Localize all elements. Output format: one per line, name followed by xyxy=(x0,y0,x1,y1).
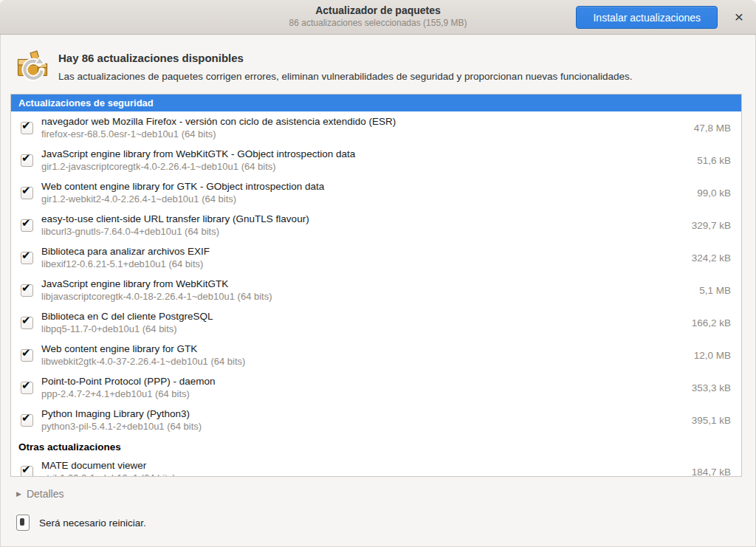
details-expander[interactable]: ▶ Detalles xyxy=(16,488,756,500)
update-checkbox[interactable]: ✔ xyxy=(21,252,33,264)
update-summary: Point-to-Point Protocol (PPP) - daemon xyxy=(41,375,683,388)
update-summary: navegador web Mozilla Firefox - versión … xyxy=(41,115,685,128)
update-row[interactable]: ✔ Biblioteca en C del cliente PostgreSQL… xyxy=(11,306,741,339)
update-package-version: libjavascriptcoregtk-4.0-18-2.26.4-1~deb… xyxy=(41,290,690,303)
update-list[interactable]: Actualizaciones de seguridad ✔ navegador… xyxy=(10,94,742,477)
update-row[interactable]: ✔ easy-to-use client-side URL transfer l… xyxy=(11,209,741,241)
update-package-version: gir1.2-webkit2-4.0-2.26.4-1~deb10u1 (64 … xyxy=(41,193,688,205)
update-summary: Python Imaging Library (Python3) xyxy=(41,407,683,421)
update-row-text: JavaScript engine library from WebKitGTK… xyxy=(41,278,690,303)
checkmark-icon: ✔ xyxy=(21,119,31,132)
update-size: 51,6 kB xyxy=(697,155,731,166)
checkmark-icon: ✔ xyxy=(21,151,31,165)
restart-message: Será necesario reiniciar. xyxy=(39,517,146,529)
update-package-version: libexif12-0.6.21-5.1+deb10u1 (64 bits) xyxy=(41,258,683,270)
update-row[interactable]: ✔ Web content engine library for GTK - G… xyxy=(11,176,741,209)
update-row[interactable]: ✔ navegador web Mozilla Firefox - versió… xyxy=(11,111,741,144)
update-checkbox[interactable]: ✔ xyxy=(21,382,33,394)
update-row[interactable]: ✔ Biblioteca para analizar archivos EXIF… xyxy=(11,241,741,274)
update-summary: easy-to-use client-side URL transfer lib… xyxy=(41,213,683,226)
update-row[interactable]: ✔ Point-to-Point Protocol (PPP) - daemon… xyxy=(11,371,741,404)
update-checkbox[interactable]: ✔ xyxy=(21,317,33,329)
update-package-version: libcurl3-gnutls-7.64.0-4+deb10u1 (64 bit… xyxy=(41,225,683,238)
section-header: Otras actualizaciones xyxy=(11,436,741,455)
update-row[interactable]: ✔ JavaScript engine library from WebKitG… xyxy=(11,274,741,306)
checkmark-icon: ✔ xyxy=(21,184,31,197)
update-row-text: MATE document viewer atril-1.20.3-1+deb1… xyxy=(41,459,683,477)
update-size: 395,1 kB xyxy=(692,415,731,426)
update-package-version: gir1.2-javascriptcoregtk-4.0-2.26.4-1~de… xyxy=(41,160,688,173)
update-summary: Web content engine library for GTK xyxy=(41,343,685,356)
checkmark-icon: ✔ xyxy=(21,314,31,327)
update-row-text: easy-to-use client-side URL transfer lib… xyxy=(41,213,683,238)
update-size: 184,7 kB xyxy=(692,467,731,478)
restart-required-icon xyxy=(16,515,30,531)
checkmark-icon: ✔ xyxy=(21,463,31,476)
checkmark-icon: ✔ xyxy=(21,346,31,359)
expander-arrow-icon: ▶ xyxy=(16,490,21,498)
update-package-version: libpq5-11.7-0+deb10u1 (64 bits) xyxy=(41,323,683,335)
update-row-text: Point-to-Point Protocol (PPP) - daemon p… xyxy=(41,375,683,401)
update-checkbox[interactable]: ✔ xyxy=(21,284,33,297)
update-package-version: atril-1.20.3-1+deb10u1 (64 bits) xyxy=(41,472,683,477)
close-icon[interactable]: × xyxy=(726,5,752,29)
update-size: 5,1 MB xyxy=(699,285,731,296)
update-row-text: navegador web Mozilla Firefox - versión … xyxy=(41,115,685,141)
section-header-label: Otras actualizaciones xyxy=(18,441,121,453)
install-updates-button[interactable]: Instalar actualizaciones xyxy=(576,6,718,29)
update-checkbox[interactable]: ✔ xyxy=(21,414,33,427)
update-package-version: libwebkit2gtk-4.0-37-2.26.4-1~deb10u1 (6… xyxy=(41,355,685,368)
checkmark-icon: ✔ xyxy=(21,249,31,262)
update-row-text: Web content engine library for GTK libwe… xyxy=(41,343,685,368)
update-summary: Biblioteca en C del cliente PostgreSQL xyxy=(41,310,683,323)
update-size: 324,2 kB xyxy=(692,252,731,264)
update-checkbox[interactable]: ✔ xyxy=(21,187,33,199)
update-row[interactable]: ✔ Web content engine library for GTK lib… xyxy=(11,339,741,371)
section-header-label: Actualizaciones de seguridad xyxy=(18,97,154,109)
intro-text: Hay 86 actualizaciones disponibles Las a… xyxy=(58,48,633,83)
update-package-version: ppp-2.4.7-2+4.1+deb10u1 (64 bits) xyxy=(41,388,683,400)
update-row[interactable]: ✔ JavaScript engine library from WebKitG… xyxy=(11,144,741,176)
update-row-text: Biblioteca para analizar archivos EXIF l… xyxy=(41,245,683,271)
update-summary: Web content engine library for GTK - GOb… xyxy=(41,180,688,193)
update-row-text: Python Imaging Library (Python3) python3… xyxy=(41,407,683,433)
update-checkbox[interactable]: ✔ xyxy=(21,349,33,362)
update-size: 329,7 kB xyxy=(692,220,731,231)
checkmark-icon: ✔ xyxy=(21,411,31,424)
update-size: 353,3 kB xyxy=(692,382,731,393)
update-summary: JavaScript engine library from WebKitGTK… xyxy=(41,148,688,161)
update-row[interactable]: ✔ MATE document viewer atril-1.20.3-1+de… xyxy=(11,455,741,477)
update-row[interactable]: ✔ Python Imaging Library (Python3) pytho… xyxy=(11,404,741,436)
update-summary: MATE document viewer xyxy=(41,459,683,472)
software-update-icon xyxy=(15,48,50,83)
update-row-text: Biblioteca en C del cliente PostgreSQL l… xyxy=(41,310,683,336)
checkmark-icon: ✔ xyxy=(21,216,31,230)
intro-section: Hay 86 actualizaciones disponibles Las a… xyxy=(0,35,756,94)
update-package-version: firefox-esr-68.5.0esr-1~deb10u1 (64 bits… xyxy=(41,128,685,140)
section-header: Actualizaciones de seguridad xyxy=(11,94,741,111)
checkmark-icon: ✔ xyxy=(21,379,31,392)
headerbar: Actualizador de paquetes 86 actualizacio… xyxy=(0,0,756,35)
update-summary: Biblioteca para analizar archivos EXIF xyxy=(41,245,683,258)
package-updater-window: Actualizador de paquetes 86 actualizacio… xyxy=(0,0,756,547)
updates-description: Las actualizaciones de paquetes corrigen… xyxy=(58,70,633,83)
update-size: 12,0 MB xyxy=(694,350,731,361)
update-checkbox[interactable]: ✔ xyxy=(21,466,33,478)
update-checkbox[interactable]: ✔ xyxy=(21,154,33,167)
update-checkbox[interactable]: ✔ xyxy=(21,219,33,232)
restart-note: Será necesario reiniciar. xyxy=(16,515,756,531)
update-size: 166,2 kB xyxy=(692,317,731,328)
update-summary: JavaScript engine library from WebKitGTK xyxy=(41,278,690,291)
update-checkbox[interactable]: ✔ xyxy=(21,122,33,134)
checkmark-icon: ✔ xyxy=(21,281,31,295)
update-row-text: JavaScript engine library from WebKitGTK… xyxy=(41,148,688,173)
update-size: 47,8 MB xyxy=(694,123,731,134)
update-row-text: Web content engine library for GTK - GOb… xyxy=(41,180,688,206)
updates-available-heading: Hay 86 actualizaciones disponibles xyxy=(58,51,633,66)
update-size: 99,0 kB xyxy=(697,188,731,199)
content-area: Hay 86 actualizaciones disponibles Las a… xyxy=(0,35,756,531)
update-package-version: python3-pil-5.4.1-2+deb10u1 (64 bits) xyxy=(41,420,683,433)
details-label: Detalles xyxy=(27,488,64,500)
